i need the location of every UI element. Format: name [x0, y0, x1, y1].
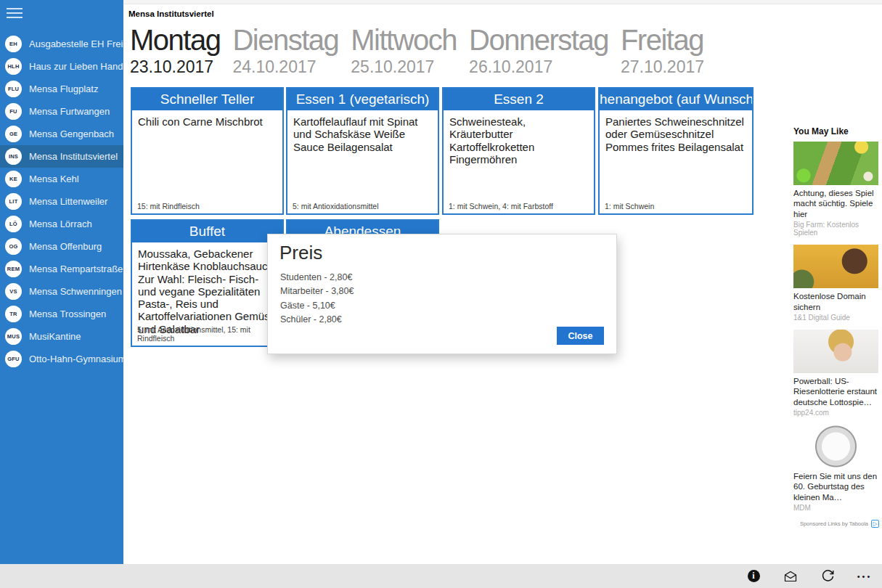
taboola-attribution[interactable]: Sponsored Links by Taboola ▷: [793, 520, 879, 528]
titlebar-strip: [123, 0, 882, 4]
more-button[interactable]: •••: [857, 569, 872, 584]
sidebar-item-label: MusiKantine: [29, 331, 81, 342]
ad-image-woman-phone[interactable]: [793, 245, 878, 288]
mensa-badge: FU: [5, 103, 22, 120]
meal-card-essen-2[interactable]: Essen 2 Schweinesteak, Kräuterbutter Kar…: [442, 87, 595, 215]
sidebar-item-label: Mensa Trossingen: [29, 309, 106, 319]
mensa-badge: EH: [5, 36, 22, 52]
sidebar-item-ausgabestelle-eh-freiburg[interactable]: EH Ausgabestelle EH Freiburg: [0, 33, 123, 55]
day-date: 24.10.2017: [232, 57, 338, 77]
meal-card-buffet[interactable]: Buffet Moussaka, Gebackener Hirtenkäse K…: [131, 219, 284, 347]
mensa-badge: KE: [5, 171, 22, 187]
sidebar-item-mensa-offenburg[interactable]: OG Mensa Offenburg: [0, 235, 123, 258]
day-date: 27.10.2017: [621, 57, 704, 77]
sidebar-item-mensa-kehl[interactable]: KE Mensa Kehl: [0, 168, 123, 190]
ad-powerball[interactable]: Powerball: US-Riesenlotterie erstaunt de…: [793, 330, 879, 417]
price-line-mitarbeiter: Mitarbeiter - 3,80€: [280, 285, 354, 298]
meal-card-body: Chili con Carne Mischbrot: [132, 110, 282, 133]
day-name: Freitag: [621, 25, 704, 55]
ellipsis-icon: •••: [857, 572, 873, 581]
day-name: Donnerstag: [469, 25, 608, 55]
price-list: Studenten - 2,80€ Mitarbeiter - 3,80€ Gä…: [280, 271, 354, 327]
meal-card-footnote: 15: mit Rindfleisch: [137, 202, 200, 211]
day-montag[interactable]: Montag 23.10.2017: [130, 25, 220, 77]
close-button[interactable]: Close: [557, 327, 604, 345]
app-window: EH Ausgabestelle EH Freiburg HLH Haus zu…: [0, 0, 882, 588]
sidebar-item-label: Ausgabestelle EH Freiburg: [29, 38, 123, 49]
meal-card-body: Kartoffelauflauf mit Spinat und Schafskä…: [287, 110, 438, 158]
sidebar-item-mensa-gengenbach[interactable]: GE Mensa Gengenbach: [0, 123, 123, 145]
day-freitag[interactable]: Freitag 27.10.2017: [621, 25, 704, 77]
sidebar-item-mensa-loerrach[interactable]: LÖ Mensa Lörrach: [0, 213, 123, 235]
ad-source: tipp24.com: [793, 409, 879, 417]
ad-text[interactable]: Feiern Sie mit uns den 60. Geburtstag de…: [793, 471, 879, 502]
ad-text[interactable]: Kostenlose Domain sichern: [793, 291, 879, 312]
ad-text[interactable]: Achtung, dieses Spiel macht süchtig. Spi…: [793, 188, 879, 219]
feedback-button[interactable]: [783, 569, 798, 584]
sidebar-item-label: Mensa Littenweiler: [29, 196, 107, 207]
page-title: Mensa Institutsviertel: [128, 9, 214, 18]
day-date: 23.10.2017: [130, 57, 220, 77]
meal-card-wochenangebot[interactable]: henangebot (auf Wunsch ve Paniertes Schw…: [598, 87, 754, 215]
meal-card-title: henangebot (auf Wunsch ve: [600, 89, 752, 110]
price-line-studenten: Studenten - 2,80€: [280, 271, 354, 285]
ad-source: MDM: [793, 504, 879, 512]
sidebar-item-mensa-littenweiler[interactable]: LIT Mensa Littenweiler: [0, 190, 123, 213]
ad-image-silver-coin[interactable]: [793, 425, 878, 468]
sidebar-item-mensa-rempartstrasse[interactable]: REM Mensa Rempartstraße: [0, 258, 123, 280]
meal-card-essen-1[interactable]: Essen 1 (vegetarisch) Kartoffelauflauf m…: [286, 87, 439, 215]
sidebar-item-label: Mensa Flugplatz: [29, 83, 98, 94]
info-button[interactable]: i: [746, 569, 761, 584]
meal-card-body: Schweinesteak, Kräuterbutter Kartoffelkr…: [444, 110, 594, 171]
sidebar-item-label: Mensa Offenburg: [29, 241, 102, 252]
meal-card-title: Buffet: [132, 221, 282, 242]
sidebar: EH Ausgabestelle EH Freiburg HLH Haus zu…: [0, 0, 123, 564]
sidebar-item-musikantine[interactable]: MUS MusiKantine: [0, 325, 123, 348]
mensa-badge: GFU: [5, 351, 22, 367]
ad-mdm-coin[interactable]: Feiern Sie mit uns den 60. Geburtstag de…: [793, 425, 879, 512]
sidebar-item-label: Mensa Schwenningen: [29, 286, 122, 297]
mensa-badge: INS: [5, 148, 22, 165]
meal-card-footnote: 1: mit Schwein: [605, 202, 654, 211]
ad-big-farm[interactable]: Achtung, dieses Spiel macht süchtig. Spi…: [793, 142, 879, 237]
ad-image-blonde-woman[interactable]: [793, 330, 878, 373]
sidebar-item-haus-zur-lieben-hand[interactable]: HLH Haus zur Lieben Hand: [0, 55, 123, 78]
sidebar-item-mensa-flugplatz[interactable]: FLU Mensa Flugplatz: [0, 78, 123, 100]
mensa-badge: GE: [5, 126, 22, 142]
weekday-header: Montag 23.10.2017 Dienstag 24.10.2017 Mi…: [130, 25, 704, 77]
envelope-icon: [783, 570, 798, 583]
meal-card-schneller-teller[interactable]: Schneller Teller Chili con Carne Mischbr…: [131, 87, 284, 215]
ad-text[interactable]: Powerball: US-Riesenlotterie erstaunt de…: [793, 376, 879, 407]
mensa-badge: FLU: [5, 81, 22, 97]
day-dienstag[interactable]: Dienstag 24.10.2017: [232, 25, 338, 77]
sidebar-item-mensa-trossingen[interactable]: TR Mensa Trossingen: [0, 303, 123, 325]
meal-card-title: Essen 1 (vegetarisch): [287, 89, 438, 110]
command-bar: i •••: [0, 564, 882, 588]
mensa-badge: REM: [5, 261, 22, 277]
mensa-badge: MUS: [5, 328, 22, 345]
sidebar-item-label: Mensa Kehl: [29, 173, 79, 184]
sidebar-item-label: Mensa Gengenbach: [29, 128, 114, 139]
mensa-badge: VS: [5, 283, 22, 300]
day-donnerstag[interactable]: Donnerstag 26.10.2017: [469, 25, 608, 77]
sidebar-item-otto-hahn-gymnasium[interactable]: GFU Otto-Hahn-Gymnasium Furtw: [0, 348, 123, 370]
taboola-label: Sponsored Links by Taboola: [800, 520, 868, 527]
day-mittwoch[interactable]: Mittwoch 25.10.2017: [351, 25, 457, 77]
meal-card-title: Schneller Teller: [132, 89, 282, 110]
info-icon: i: [748, 570, 760, 582]
meal-card-footnote: 5: mit Antioxidationsmittel: [293, 202, 378, 211]
meal-card-title: Essen 2: [444, 89, 594, 110]
mensa-badge: TR: [5, 306, 22, 322]
ad-image-farm-game[interactable]: [793, 142, 878, 185]
sidebar-item-mensa-institutsviertel[interactable]: INS Mensa Institutsviertel: [0, 145, 123, 168]
dialog-title: Preis: [279, 242, 322, 264]
mensa-badge: LIT: [5, 193, 22, 210]
sidebar-item-mensa-schwenningen[interactable]: VS Mensa Schwenningen: [0, 280, 123, 303]
mensa-badge: LÖ: [5, 216, 22, 232]
hamburger-menu-icon[interactable]: [7, 8, 23, 20]
ads-header: You May Like: [793, 126, 879, 136]
refresh-icon: [821, 569, 835, 583]
refresh-button[interactable]: [820, 569, 835, 584]
sidebar-item-mensa-furtwangen[interactable]: FU Mensa Furtwangen: [0, 100, 123, 123]
ad-domain[interactable]: Kostenlose Domain sichern 1&1 Digital Gu…: [793, 245, 879, 322]
